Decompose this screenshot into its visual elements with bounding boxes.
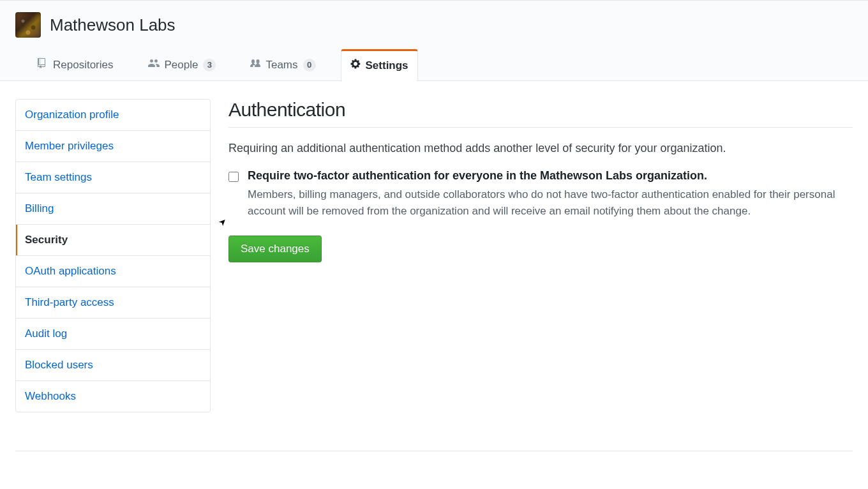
teams-count-badge: 0	[303, 59, 316, 71]
tab-settings[interactable]: Settings	[341, 49, 418, 81]
page-title: Authentication	[228, 99, 853, 128]
page-lead: Requiring an additional authentication m…	[228, 142, 853, 155]
sidebar-item-blocked-users[interactable]: Blocked users	[16, 350, 210, 381]
main-panel: Authentication Requiring an additional a…	[228, 99, 853, 412]
tab-label: Settings	[366, 59, 408, 72]
settings-sidebar: Organization profile Member privileges T…	[15, 99, 211, 412]
repo-icon	[38, 58, 48, 71]
tab-teams[interactable]: Teams 0	[241, 50, 325, 80]
sidebar-item-billing[interactable]: Billing	[16, 193, 210, 225]
tab-repositories[interactable]: Repositories	[28, 50, 123, 80]
require-2fa-description: Members, billing managers, and outside c…	[248, 186, 853, 220]
content: Organization profile Member privileges T…	[0, 81, 868, 438]
require-2fa-checkbox[interactable]	[228, 172, 239, 182]
sidebar-item-organization-profile[interactable]: Organization profile	[16, 100, 210, 131]
gear-icon	[350, 59, 361, 72]
sidebar-item-audit-log[interactable]: Audit log	[16, 319, 210, 350]
sidebar-item-member-privileges[interactable]: Member privileges	[16, 131, 210, 162]
tab-label: Repositories	[53, 59, 114, 71]
page-root: Mathewson Labs Repositories People 3	[0, 0, 868, 489]
require-2fa-label[interactable]: Require two-factor authentication for ev…	[248, 169, 853, 183]
people-icon	[148, 58, 160, 71]
people-count-badge: 3	[203, 59, 216, 71]
tab-people[interactable]: People 3	[138, 50, 226, 80]
sidebar-item-oauth-applications[interactable]: OAuth applications	[16, 256, 210, 287]
tab-label: Teams	[266, 59, 297, 71]
org-header: Mathewson Labs Repositories People 3	[0, 0, 868, 81]
org-avatar[interactable]	[15, 12, 41, 38]
sidebar-item-team-settings[interactable]: Team settings	[16, 162, 210, 193]
two-factor-option: Require two-factor authentication for ev…	[228, 169, 853, 220]
save-changes-button[interactable]: Save changes	[228, 236, 322, 262]
org-name[interactable]: Mathewson Labs	[50, 15, 176, 35]
sidebar-item-security[interactable]: Security	[16, 225, 210, 256]
sidebar-item-third-party-access[interactable]: Third-party access	[16, 287, 210, 319]
footer-divider	[15, 451, 853, 451]
teams-icon	[250, 58, 260, 71]
tabs: Repositories People 3 Teams 0	[15, 49, 853, 80]
org-row: Mathewson Labs	[15, 12, 853, 38]
sidebar-item-webhooks[interactable]: Webhooks	[16, 381, 210, 412]
tab-label: People	[165, 59, 198, 71]
